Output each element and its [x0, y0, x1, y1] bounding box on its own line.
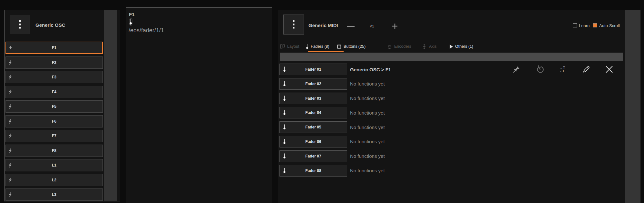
command-detail-title: F1	[129, 12, 135, 17]
pin-button[interactable]	[512, 65, 521, 74]
osc-command-list: F1 F2 F3 F4 F5 F6 F7 F8	[5, 42, 103, 201]
fader-label: Fader 08	[305, 168, 321, 173]
fader-row: Fader 04 No functions yet →T ←F	[279, 107, 623, 118]
fader-function-text: No functions yet	[350, 81, 385, 86]
control-type-tab[interactable]: Encoders	[387, 43, 411, 50]
edit-button[interactable]	[582, 65, 591, 74]
fader-label: Fader 06	[305, 139, 321, 144]
lightning-icon	[8, 104, 12, 109]
page-label: P1	[370, 24, 374, 28]
fader-control[interactable]: Fader 07	[279, 150, 347, 162]
fader-row: Fader 01 Generic OSC > F1 →T ←F	[279, 64, 623, 75]
fader-icon	[283, 66, 286, 73]
control-type-tab[interactable]: Buttons (25)	[337, 43, 366, 50]
horizontal-scrollbar[interactable]	[280, 53, 623, 61]
encoder-icon	[387, 44, 392, 49]
active-tab-underline	[308, 51, 344, 52]
reset-button[interactable]	[536, 65, 545, 74]
osc-command-item[interactable]: L2	[5, 174, 103, 186]
fader-control[interactable]: Fader 06	[279, 136, 347, 147]
osc-command-item[interactable]: F7	[5, 130, 103, 142]
fader-label: Fader 01	[305, 67, 321, 72]
control-type-tabs: Layout Faders (8) Buttons (25) Encoders	[278, 43, 641, 51]
fader-function-text: No functions yet	[350, 139, 385, 144]
fader-control[interactable]: Fader 02	[279, 78, 347, 90]
lightning-icon	[8, 192, 12, 197]
fader-label: Fader 04	[305, 110, 321, 115]
command-label: L2	[52, 178, 56, 182]
fader-control[interactable]: Fader 03	[279, 93, 347, 104]
osc-module-panel: Generic OSC F1 F2 F3 F4 F5 F6 F7	[4, 10, 120, 201]
command-label: F5	[52, 104, 56, 109]
fader-function-text: No functions yet	[350, 153, 385, 159]
tab-label: Axis	[429, 44, 437, 49]
tab-label: Buttons (25)	[344, 44, 366, 49]
page-next-button[interactable]	[392, 23, 398, 29]
control-type-tab[interactable]: Faders (8)	[306, 43, 329, 50]
command-label: F6	[52, 119, 56, 124]
lightning-icon	[9, 46, 12, 50]
tf-feedback-label: ←F	[560, 69, 565, 73]
kebab-icon	[19, 20, 21, 29]
tab-label: Encoders	[394, 44, 411, 49]
autoscroll-label: Auto-Scroll	[599, 23, 620, 28]
fader-icon	[283, 80, 286, 87]
control-type-tab[interactable]: Others (1)	[449, 43, 473, 50]
osc-list-scrollbar[interactable]	[104, 10, 117, 201]
fader-label: Fader 05	[305, 125, 321, 129]
fader-row: Fader 05 No functions yet →T ←F	[279, 121, 623, 133]
control-type-tab[interactable]: Axis	[422, 43, 437, 50]
page-prev-button[interactable]	[347, 26, 355, 27]
osc-module-title: Generic OSC	[35, 22, 65, 28]
osc-command-item[interactable]: F2	[5, 56, 103, 69]
autoscroll-checkbox[interactable]	[593, 23, 597, 27]
midi-menu-button[interactable]	[283, 15, 304, 35]
command-label: F2	[52, 60, 56, 65]
osc-command-item[interactable]: F3	[5, 71, 103, 83]
lightning-icon	[8, 148, 12, 153]
fader-function-text: No functions yet	[350, 125, 385, 130]
osc-command-item[interactable]: L3	[5, 188, 103, 201]
tab-label: Layout	[287, 44, 299, 49]
fader-icon	[129, 18, 132, 26]
toggle-tf-button[interactable]: →T ←F	[560, 66, 565, 73]
fader-label: Fader 03	[305, 96, 321, 101]
axis-icon	[422, 44, 427, 49]
lightning-icon	[8, 60, 12, 65]
layout-icon	[280, 44, 285, 49]
osc-address-value: /eos/fader/1/1	[129, 27, 164, 34]
command-label: F7	[52, 134, 56, 138]
osc-command-item[interactable]: F6	[5, 115, 103, 127]
osc-command-item[interactable]: F8	[5, 145, 103, 157]
lightning-icon	[8, 89, 12, 94]
fader-row: Fader 02 No functions yet →T ←F	[279, 78, 623, 90]
fader-control[interactable]: Fader 01	[279, 64, 347, 75]
fader-function-text: No functions yet	[350, 110, 385, 116]
fader-control[interactable]: Fader 04	[279, 107, 347, 118]
osc-command-item[interactable]: F1	[5, 42, 103, 54]
fader-icon	[283, 153, 286, 159]
command-label: L3	[52, 192, 56, 197]
midi-module-title: Generic MIDI	[308, 23, 338, 28]
command-label: F3	[52, 75, 56, 79]
fader-function-text: No functions yet	[350, 96, 385, 101]
osc-menu-button[interactable]	[10, 15, 30, 34]
fader-control[interactable]: Fader 05	[279, 121, 347, 133]
vertical-scrollbar[interactable]	[625, 10, 640, 203]
fader-icon	[283, 95, 286, 102]
command-detail-panel: F1 /eos/fader/1/1	[126, 7, 272, 203]
lightning-icon	[8, 163, 12, 168]
fader-row: Fader 03 No functions yet →T ←F	[279, 93, 623, 104]
fader-mapping-list: Fader 01 Generic OSC > F1 →T ←F	[279, 64, 623, 177]
kebab-icon	[293, 20, 295, 29]
learn-checkbox[interactable]	[573, 23, 577, 27]
fader-row: Fader 07 No functions yet →T ←F	[279, 150, 623, 162]
command-label: F4	[52, 90, 56, 94]
fader-icon	[306, 44, 308, 49]
osc-command-item[interactable]: F5	[5, 100, 103, 113]
control-type-tab[interactable]: Layout	[280, 43, 299, 50]
osc-command-item[interactable]: L1	[5, 159, 103, 171]
delete-icon[interactable]	[605, 65, 613, 74]
fader-control[interactable]: Fader 08	[279, 165, 347, 177]
osc-command-item[interactable]: F4	[5, 86, 103, 98]
